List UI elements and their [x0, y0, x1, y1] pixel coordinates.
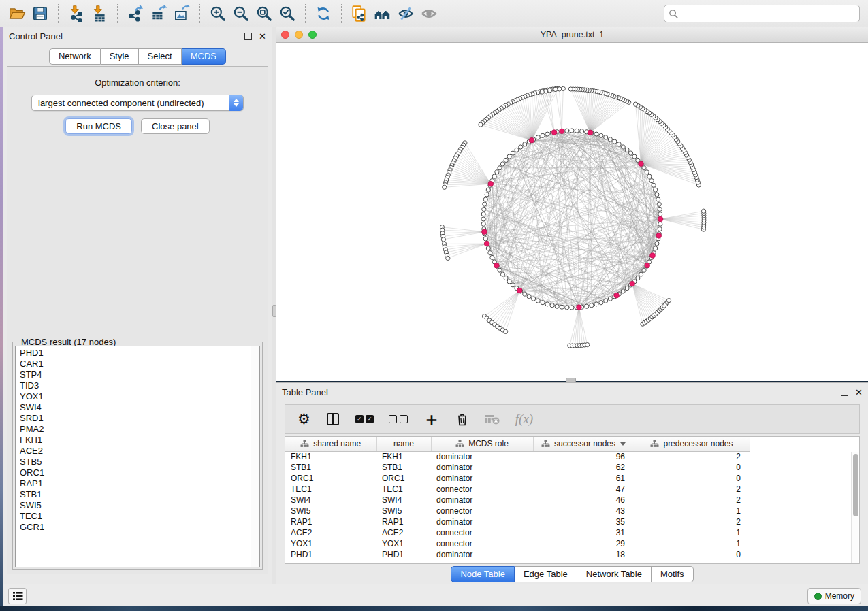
table-settings-icon[interactable]: ⚙	[298, 412, 310, 426]
horizontal-splitter-grip[interactable]	[566, 378, 576, 382]
add-column-icon[interactable]: ＋	[423, 412, 440, 426]
table-panel: Table Panel ✕ ⚙ ✓✓ ＋ f(x) shared namenam…	[276, 382, 868, 584]
result-node-item[interactable]: STP4	[20, 369, 259, 380]
zoom-in-icon[interactable]	[206, 3, 229, 24]
float-panel-icon[interactable]	[244, 33, 252, 40]
tab-mcds[interactable]: MCDS	[182, 48, 226, 65]
table-row[interactable]: ORC1ORC1dominator610	[285, 473, 750, 484]
column-header-MCDS-role[interactable]: MCDS role	[431, 437, 533, 451]
result-node-item[interactable]: TID3	[20, 380, 259, 391]
tab-style[interactable]: Style	[101, 48, 139, 65]
result-node-item[interactable]: STB1	[20, 489, 259, 500]
table-row[interactable]: TEC1TEC1connector472	[285, 484, 750, 495]
network-graph-canvas[interactable]	[276, 43, 868, 381]
tab-edge-table[interactable]: Edge Table	[515, 566, 577, 582]
import-table-icon[interactable]	[88, 3, 111, 24]
result-node-item[interactable]: SWI4	[20, 402, 259, 413]
attribute-tree-icon	[455, 440, 464, 448]
tab-network-table[interactable]: Network Table	[577, 566, 652, 582]
export-network-icon[interactable]	[124, 3, 147, 24]
network-overview-icon[interactable]	[371, 3, 394, 24]
table-cell: 29	[533, 538, 634, 549]
hide-panels-icon[interactable]	[394, 3, 417, 24]
show-panels-icon[interactable]	[417, 3, 440, 24]
result-node-item[interactable]: RAP1	[20, 478, 259, 489]
result-node-item[interactable]: TEC1	[20, 511, 259, 522]
refresh-view-icon[interactable]	[312, 3, 335, 24]
table-scrollbar-thumb[interactable]	[853, 454, 858, 516]
table-cell: 0	[634, 473, 750, 484]
search-input[interactable]	[682, 9, 855, 18]
table-cell: 96	[533, 451, 634, 462]
zoom-selected-icon[interactable]	[276, 3, 299, 24]
table-scrollbar[interactable]	[851, 452, 858, 563]
result-node-item[interactable]: ORC1	[20, 467, 259, 478]
table-cell: 1	[634, 506, 750, 516]
delete-table-icon-disabled	[484, 412, 500, 426]
table-row[interactable]: SWI4SWI4dominator462	[285, 495, 750, 506]
table-cell: 35	[533, 516, 634, 527]
result-node-item[interactable]: SRD1	[20, 413, 259, 424]
optimization-criterion-dropdown[interactable]: largest connected component (undirected)	[31, 95, 244, 111]
table-cell: 62	[533, 462, 634, 473]
result-node-item[interactable]: GCR1	[20, 522, 259, 533]
zoom-fit-icon[interactable]	[253, 3, 276, 24]
tab-select[interactable]: Select	[139, 48, 182, 65]
select-all-icon[interactable]: ✓✓	[355, 415, 374, 423]
column-label: name	[393, 439, 414, 448]
column-chooser-icon[interactable]	[325, 412, 340, 427]
result-node-item[interactable]: PHD1	[20, 348, 259, 359]
close-panel-icon[interactable]: ✕	[259, 33, 266, 40]
export-table-icon[interactable]	[147, 3, 170, 24]
close-table-panel-icon[interactable]: ✕	[855, 389, 863, 396]
result-node-item[interactable]: ACE2	[20, 446, 259, 457]
column-header-predecessor-nodes[interactable]: predecessor nodes	[634, 437, 750, 451]
result-scrollbar[interactable]	[251, 346, 259, 567]
close-panel-button[interactable]: Close panel	[141, 118, 210, 134]
network-window-titlebar[interactable]: YPA_prune.txt_1	[276, 27, 868, 43]
tab-node-table[interactable]: Node Table	[451, 566, 515, 582]
table-row[interactable]: STB1STB1dominator620	[285, 462, 750, 473]
column-header-shared-name[interactable]: shared name	[285, 437, 376, 451]
result-node-item[interactable]: FKH1	[20, 435, 259, 446]
tab-motifs[interactable]: Motifs	[652, 566, 694, 582]
result-node-item[interactable]: STB5	[20, 457, 259, 467]
node-table[interactable]: shared namenameMCDS rolesuccessor nodesp…	[285, 436, 860, 564]
float-table-panel-icon[interactable]	[841, 389, 848, 396]
mcds-result-group: MCDS result (17 nodes) PHD1CAR1STP4TID3Y…	[12, 342, 263, 570]
import-network-icon[interactable]	[65, 3, 88, 24]
column-header-name[interactable]: name	[376, 437, 431, 451]
table-row[interactable]: PHD1PHD1dominator180	[285, 549, 750, 560]
table-row[interactable]: ACE2ACE2connector311	[285, 527, 750, 538]
memory-button[interactable]: Memory	[807, 588, 861, 604]
open-file-icon[interactable]	[5, 3, 29, 24]
tab-network[interactable]: Network	[49, 48, 101, 65]
main-toolbar	[0, 0, 868, 27]
result-node-item[interactable]: YOX1	[20, 391, 259, 402]
attribute-tree-icon	[650, 440, 659, 448]
result-node-item[interactable]: SWI5	[20, 500, 259, 511]
table-row[interactable]: RAP1RAP1dominator352	[285, 516, 750, 527]
table-row[interactable]: SWI5SWI5connector431	[285, 506, 750, 516]
table-row[interactable]: YOX1YOX1connector291	[285, 538, 750, 549]
mcds-result-list[interactable]: PHD1CAR1STP4TID3YOX1SWI4SRD1PMA2FKH1ACE2…	[15, 346, 260, 567]
panel-list-button[interactable]	[8, 588, 27, 604]
zoom-out-icon[interactable]	[229, 3, 253, 24]
column-header-successor-nodes[interactable]: successor nodes	[533, 437, 634, 451]
search-box[interactable]	[664, 5, 860, 22]
sort-descending-icon	[620, 442, 626, 446]
clone-network-icon[interactable]	[348, 3, 371, 24]
delete-column-icon[interactable]	[455, 412, 469, 427]
attribute-tree-icon	[300, 440, 309, 448]
table-row[interactable]: FKH1FKH1dominator962	[285, 451, 750, 462]
memory-status-icon	[814, 593, 822, 600]
result-node-item[interactable]: CAR1	[20, 359, 259, 369]
result-node-item[interactable]: PMA2	[20, 424, 259, 435]
save-session-icon[interactable]	[29, 3, 52, 24]
deselect-all-icon[interactable]	[389, 415, 408, 423]
table-cell: 2	[634, 484, 750, 495]
table-cell: SWI5	[285, 506, 376, 516]
search-icon	[669, 9, 679, 19]
export-image-icon[interactable]	[170, 3, 193, 24]
run-mcds-button[interactable]: Run MCDS	[65, 118, 132, 134]
